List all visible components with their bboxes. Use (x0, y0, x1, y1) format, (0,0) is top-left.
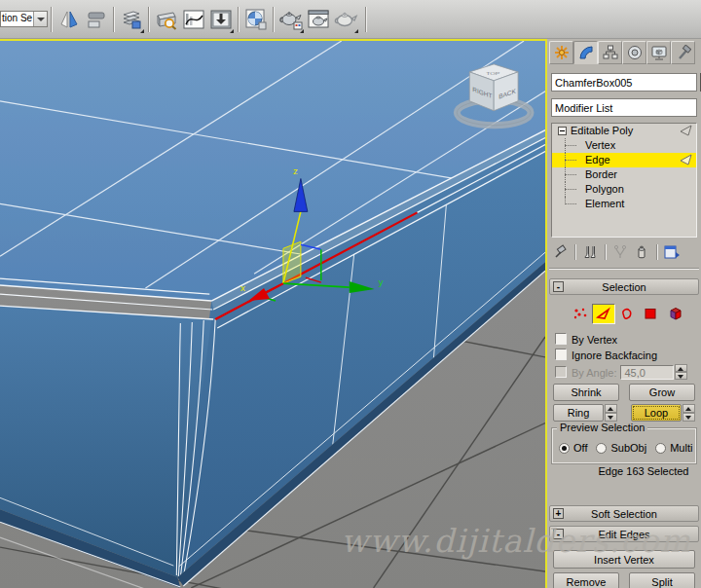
gizmo-z-label: z (293, 165, 298, 176)
loop-spinner[interactable] (683, 404, 695, 422)
make-unique-button[interactable] (609, 242, 631, 262)
chevron-down-icon[interactable] (33, 12, 47, 26)
modifier-stack-toolbar (549, 241, 699, 263)
soft-selection-rollout-header[interactable]: + Soft Selection (549, 505, 699, 522)
edit-edges-rollout-header[interactable]: - Edit Edges (549, 526, 699, 542)
schematic-view-button[interactable] (207, 5, 235, 34)
modify-icon (578, 45, 594, 60)
stack-row-element[interactable]: Element (552, 197, 696, 211)
preview-off-option[interactable]: Off (559, 442, 587, 454)
utilities-icon (676, 45, 691, 60)
element-mode-button[interactable] (662, 304, 685, 324)
main-toolbar: tion Se (0, 0, 701, 39)
by-angle-checkbox[interactable] (555, 366, 567, 378)
collapse-icon[interactable]: - (553, 281, 564, 292)
toolbar-separator (273, 7, 275, 32)
subobject-mode-row (569, 302, 701, 325)
tab-utilities[interactable] (671, 41, 695, 64)
loop-button[interactable]: Loop (631, 404, 682, 422)
split-button[interactable]: Split (629, 572, 695, 588)
object-name-field[interactable] (551, 73, 697, 92)
stack-row-edge[interactable]: Edge (552, 153, 696, 167)
create-icon (554, 45, 570, 60)
border-mode-button[interactable] (615, 304, 639, 324)
tab-display[interactable] (646, 41, 671, 64)
vertex-mode-button[interactable] (569, 304, 592, 324)
render-teapot-icon (333, 8, 358, 31)
expand-icon[interactable]: + (553, 508, 564, 519)
material-editor-button[interactable] (242, 5, 270, 34)
element-icon (666, 307, 683, 321)
configure-modifier-sets-icon (664, 244, 680, 260)
border-icon (619, 307, 635, 320)
polygon-mode-button[interactable] (639, 304, 662, 324)
shrink-button[interactable]: Shrink (553, 384, 619, 401)
stack-row-vertex[interactable]: Vertex (552, 138, 696, 153)
render-setup-teapot-icon (278, 8, 304, 31)
perspective-viewport[interactable]: z x y TOP RIGHT BACK (0, 39, 547, 588)
mirror-button[interactable] (55, 5, 83, 34)
tab-modify[interactable] (573, 41, 598, 64)
command-panel: Modifier List Editable Poly Vertex Edge … (547, 39, 701, 588)
by-angle-row: By Angle: 45,0 (555, 364, 701, 380)
render-setup-button[interactable] (277, 5, 305, 34)
remove-modifier-button[interactable] (631, 242, 652, 262)
configure-modifier-sets-button[interactable] (661, 242, 683, 262)
3dsmax-window: { "toolbar": { "selection_set_value": "t… (0, 0, 701, 588)
modifier-list-label: Modifier List (555, 102, 612, 114)
panel-divider (549, 268, 699, 270)
named-selection-set-dropdown[interactable]: tion Se (0, 11, 48, 27)
edge-mode-button[interactable] (592, 304, 615, 324)
show-end-result-icon (583, 244, 597, 260)
by-angle-spinner[interactable] (675, 364, 687, 380)
selection-set-value: tion Se (1, 12, 33, 26)
rendered-frame-window-button[interactable] (305, 5, 332, 34)
by-angle-value-field[interactable]: 45,0 (620, 365, 674, 380)
ring-button[interactable]: Ring (553, 404, 604, 422)
radio-off[interactable] (559, 443, 570, 454)
preview-multi-option[interactable]: Multi (655, 442, 692, 454)
toolbar-separator (365, 7, 367, 32)
render-production-button[interactable] (332, 5, 359, 34)
tab-hierarchy[interactable] (598, 41, 622, 64)
show-end-result-button[interactable] (579, 242, 601, 262)
collapse-minus-icon[interactable] (558, 127, 567, 135)
layer-manager-icon (120, 9, 143, 30)
toolbar-separator (605, 244, 606, 260)
stack-row-polygon[interactable]: Polygon (552, 182, 696, 197)
remove-button[interactable]: Remove (553, 572, 619, 588)
insert-vertex-button[interactable]: Insert Vertex (553, 550, 695, 569)
ring-spinner[interactable] (605, 404, 617, 422)
stack-row-editable-poly[interactable]: Editable Poly (552, 124, 696, 138)
layer-manager-button[interactable] (118, 5, 145, 34)
material-editor-icon (244, 8, 268, 31)
align-button[interactable] (83, 5, 110, 34)
modifier-list-dropdown[interactable]: Modifier List (551, 98, 697, 117)
stack-row-border[interactable]: Border (552, 167, 696, 182)
preview-subobj-option[interactable]: SubObj (596, 442, 646, 454)
graphite-tools-button[interactable] (153, 5, 180, 34)
radio-subobj[interactable] (596, 443, 607, 454)
collapse-icon[interactable]: - (553, 529, 564, 539)
by-vertex-checkbox[interactable] (555, 333, 567, 345)
toolbar-separator (113, 7, 115, 32)
by-vertex-row: By Vertex (555, 332, 701, 346)
modifier-stack: Editable Poly Vertex Edge Border Polygon… (551, 123, 697, 238)
tab-motion[interactable] (622, 41, 646, 64)
radio-multi[interactable] (655, 443, 666, 454)
grow-button[interactable]: Grow (629, 384, 695, 401)
ignore-backfacing-checkbox[interactable] (555, 349, 567, 360)
tab-create[interactable] (549, 41, 573, 64)
vertex-icon (572, 307, 588, 320)
viewport-scene: z x y TOP RIGHT BACK (0, 41, 545, 588)
selection-rollout-header[interactable]: - Selection (549, 278, 699, 295)
pin-stack-button[interactable] (549, 242, 571, 262)
mirror-icon (58, 9, 80, 30)
command-panel-tabs (547, 39, 701, 65)
motion-icon (627, 45, 643, 60)
toolbar-separator (238, 7, 240, 32)
make-unique-icon (612, 244, 628, 260)
preview-selection-group: Preview Selection Off SubObj Multi (551, 427, 697, 464)
align-icon (86, 9, 107, 30)
curve-editor-button[interactable] (180, 5, 207, 34)
